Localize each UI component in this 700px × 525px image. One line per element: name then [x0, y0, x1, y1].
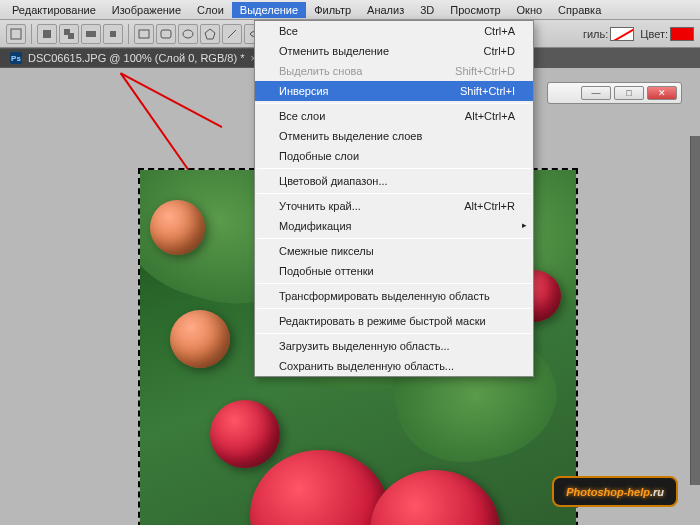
svg-rect-6 — [139, 30, 149, 38]
menu-item-save-selection[interactable]: Сохранить выделенную область... — [255, 356, 533, 376]
shape-roundrect-icon[interactable] — [156, 24, 176, 44]
menu-item-similar-layers[interactable]: Подобные слои — [255, 146, 533, 166]
selection-add-icon[interactable] — [59, 24, 79, 44]
selection-new-icon[interactable] — [37, 24, 57, 44]
menu-item-grow[interactable]: Смежные пикселы — [255, 241, 533, 261]
menu-view[interactable]: Просмотр — [442, 2, 508, 18]
shape-ellipse-icon[interactable] — [178, 24, 198, 44]
berry — [250, 450, 390, 525]
panel-dock-strip[interactable] — [690, 136, 700, 485]
svg-rect-7 — [161, 30, 171, 38]
menu-item-transform-selection[interactable]: Трансформировать выделенную область — [255, 286, 533, 306]
menu-select[interactable]: Выделение — [232, 2, 306, 18]
menu-item-load-selection[interactable]: Загрузить выделенную область... — [255, 336, 533, 356]
menu-item-all-layers[interactable]: Все слоиAlt+Ctrl+A — [255, 106, 533, 126]
svg-rect-4 — [86, 31, 96, 37]
tool-preset-icon[interactable] — [6, 24, 26, 44]
svg-point-8 — [183, 30, 193, 38]
menu-separator — [257, 308, 531, 309]
menu-3d[interactable]: 3D — [412, 2, 442, 18]
menu-item-all[interactable]: ВсеCtrl+A — [255, 21, 533, 41]
color-label: Цвет: — [640, 28, 668, 40]
berry — [170, 310, 230, 368]
menu-item-quick-mask[interactable]: Редактировать в режиме быстрой маски — [255, 311, 533, 331]
berry — [370, 470, 500, 525]
menu-item-inverse[interactable]: ИнверсияShift+Ctrl+I — [255, 81, 533, 101]
shape-polygon-icon[interactable] — [200, 24, 220, 44]
minimize-button[interactable]: — — [581, 86, 611, 100]
color-swatch[interactable] — [670, 27, 694, 41]
menu-separator — [257, 193, 531, 194]
menu-edit[interactable]: Редактирование — [4, 2, 104, 18]
menu-image[interactable]: Изображение — [104, 2, 189, 18]
menu-window[interactable]: Окно — [509, 2, 551, 18]
menu-item-color-range[interactable]: Цветовой диапазон... — [255, 171, 533, 191]
selection-intersect-icon[interactable] — [103, 24, 123, 44]
menu-separator — [257, 333, 531, 334]
watermark-logo: Photoshop-help.ru — [552, 476, 678, 507]
photoshop-file-icon: Ps — [10, 52, 22, 64]
svg-rect-0 — [11, 29, 21, 39]
menu-item-deselect[interactable]: Отменить выделениеCtrl+D — [255, 41, 533, 61]
menu-filter[interactable]: Фильтр — [306, 2, 359, 18]
menu-item-reselect: Выделить сноваShift+Ctrl+D — [255, 61, 533, 81]
berry — [150, 200, 205, 255]
svg-rect-3 — [68, 33, 74, 39]
separator — [31, 24, 32, 44]
style-swatch-none[interactable] — [610, 27, 634, 41]
menu-separator — [257, 103, 531, 104]
menu-separator — [257, 238, 531, 239]
annotation-line — [120, 72, 222, 128]
menu-layer[interactable]: Слои — [189, 2, 232, 18]
select-menu-dropdown: ВсеCtrl+A Отменить выделениеCtrl+D Выдел… — [254, 20, 534, 377]
shape-line-icon[interactable] — [222, 24, 242, 44]
svg-line-10 — [228, 30, 236, 38]
svg-marker-9 — [205, 29, 215, 39]
shape-rect-icon[interactable] — [134, 24, 154, 44]
panel-window-controls: — □ ✕ — [547, 82, 682, 104]
menu-item-deselect-layers[interactable]: Отменить выделение слоев — [255, 126, 533, 146]
menu-item-modify[interactable]: Модификация — [255, 216, 533, 236]
document-tab[interactable]: Ps DSC06615.JPG @ 100% (Слой 0, RGB/8) *… — [0, 49, 266, 67]
svg-rect-1 — [43, 30, 51, 38]
separator — [128, 24, 129, 44]
menu-item-similar[interactable]: Подобные оттенки — [255, 261, 533, 281]
maximize-button[interactable]: □ — [614, 86, 644, 100]
svg-rect-5 — [110, 31, 116, 37]
menu-help[interactable]: Справка — [550, 2, 609, 18]
menu-item-refine-edge[interactable]: Уточнить край...Alt+Ctrl+R — [255, 196, 533, 216]
berry — [210, 400, 280, 468]
menu-separator — [257, 283, 531, 284]
menu-separator — [257, 168, 531, 169]
close-button[interactable]: ✕ — [647, 86, 677, 100]
style-label: гиль: — [583, 28, 608, 40]
menu-analysis[interactable]: Анализ — [359, 2, 412, 18]
menubar: Редактирование Изображение Слои Выделени… — [0, 0, 700, 20]
document-title: DSC06615.JPG @ 100% (Слой 0, RGB/8) * — [28, 52, 244, 64]
selection-subtract-icon[interactable] — [81, 24, 101, 44]
